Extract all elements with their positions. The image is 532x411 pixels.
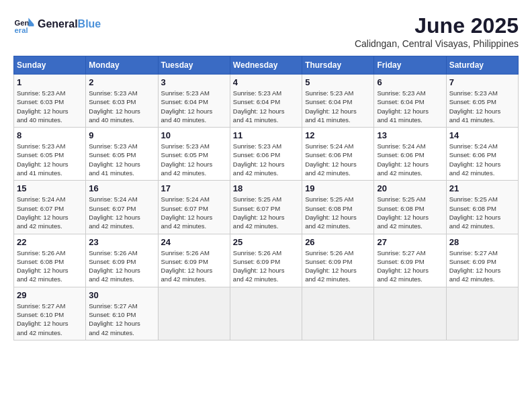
table-row: 2Sunrise: 5:23 AM Sunset: 6:03 PM Daylig…: [86, 75, 158, 128]
calendar-week-row: 8Sunrise: 5:23 AM Sunset: 6:05 PM Daylig…: [14, 128, 519, 181]
day-info: Sunrise: 5:23 AM Sunset: 6:05 PM Dayligh…: [17, 142, 83, 177]
day-number: 20: [377, 183, 443, 193]
calendar-header-row: Sunday Monday Tuesday Wednesday Thursday…: [14, 56, 519, 75]
day-number: 15: [17, 183, 83, 193]
day-info: Sunrise: 5:27 AM Sunset: 6:09 PM Dayligh…: [377, 248, 443, 284]
day-info: Sunrise: 5:24 AM Sunset: 6:07 PM Dayligh…: [17, 195, 83, 230]
day-info: Sunrise: 5:25 AM Sunset: 6:07 PM Dayligh…: [233, 195, 299, 230]
day-number: 14: [449, 130, 515, 140]
table-row: [446, 287, 518, 340]
day-info: Sunrise: 5:23 AM Sunset: 6:03 PM Dayligh…: [89, 89, 154, 124]
day-number: 25: [233, 237, 299, 247]
day-info: Sunrise: 5:23 AM Sunset: 6:05 PM Dayligh…: [161, 142, 227, 177]
day-info: Sunrise: 5:24 AM Sunset: 6:06 PM Dayligh…: [449, 142, 515, 177]
table-row: 12Sunrise: 5:24 AM Sunset: 6:06 PM Dayli…: [302, 128, 374, 181]
logo-icon: Gen eral: [13, 13, 35, 35]
table-row: 30Sunrise: 5:27 AM Sunset: 6:10 PM Dayli…: [86, 287, 158, 340]
day-number: 6: [377, 77, 443, 87]
day-info: Sunrise: 5:25 AM Sunset: 6:08 PM Dayligh…: [305, 195, 371, 230]
day-number: 21: [449, 183, 515, 193]
day-number: 2: [89, 77, 154, 87]
day-info: Sunrise: 5:24 AM Sunset: 6:06 PM Dayligh…: [377, 142, 443, 177]
day-info: Sunrise: 5:23 AM Sunset: 6:05 PM Dayligh…: [89, 142, 154, 177]
day-info: Sunrise: 5:26 AM Sunset: 6:09 PM Dayligh…: [161, 248, 227, 284]
table-row: 3Sunrise: 5:23 AM Sunset: 6:04 PM Daylig…: [158, 75, 230, 128]
table-row: 10Sunrise: 5:23 AM Sunset: 6:05 PM Dayli…: [158, 128, 230, 181]
header-thursday: Thursday: [302, 56, 374, 75]
header-sunday: Sunday: [14, 56, 86, 75]
day-number: 13: [377, 130, 443, 140]
day-info: Sunrise: 5:27 AM Sunset: 6:09 PM Dayligh…: [449, 248, 515, 284]
day-number: 24: [161, 237, 227, 247]
day-info: Sunrise: 5:25 AM Sunset: 6:08 PM Dayligh…: [377, 195, 443, 230]
day-info: Sunrise: 5:24 AM Sunset: 6:07 PM Dayligh…: [89, 195, 154, 230]
table-row: 8Sunrise: 5:23 AM Sunset: 6:05 PM Daylig…: [14, 128, 86, 181]
day-number: 18: [233, 183, 299, 193]
table-row: 22Sunrise: 5:26 AM Sunset: 6:08 PM Dayli…: [14, 234, 86, 287]
day-number: 19: [305, 183, 371, 193]
header-saturday: Saturday: [446, 56, 518, 75]
svg-text:eral: eral: [15, 26, 28, 34]
table-row: 7Sunrise: 5:23 AM Sunset: 6:05 PM Daylig…: [446, 75, 518, 128]
header-friday: Friday: [374, 56, 446, 75]
table-row: 21Sunrise: 5:25 AM Sunset: 6:08 PM Dayli…: [446, 181, 518, 234]
day-number: 12: [305, 130, 371, 140]
day-number: 22: [17, 237, 83, 247]
calendar-table: Sunday Monday Tuesday Wednesday Thursday…: [13, 56, 519, 340]
table-row: 19Sunrise: 5:25 AM Sunset: 6:08 PM Dayli…: [302, 181, 374, 234]
logo-blue: Blue: [78, 18, 101, 30]
header-monday: Monday: [86, 56, 158, 75]
calendar-week-row: 22Sunrise: 5:26 AM Sunset: 6:08 PM Dayli…: [14, 234, 519, 287]
day-number: 26: [305, 237, 371, 247]
location-subtitle: Calidngan, Central Visayas, Philippines: [355, 38, 519, 49]
day-info: Sunrise: 5:26 AM Sunset: 6:09 PM Dayligh…: [233, 248, 299, 284]
table-row: 4Sunrise: 5:23 AM Sunset: 6:04 PM Daylig…: [230, 75, 302, 128]
table-row: 18Sunrise: 5:25 AM Sunset: 6:07 PM Dayli…: [230, 181, 302, 234]
day-number: 27: [377, 237, 443, 247]
day-info: Sunrise: 5:27 AM Sunset: 6:10 PM Dayligh…: [17, 302, 83, 337]
table-row: 25Sunrise: 5:26 AM Sunset: 6:09 PM Dayli…: [230, 234, 302, 287]
day-info: Sunrise: 5:26 AM Sunset: 6:08 PM Dayligh…: [17, 248, 83, 284]
day-number: 8: [17, 130, 83, 140]
table-row: [158, 287, 230, 340]
logo: Gen eral GeneralBlue: [13, 13, 101, 35]
day-number: 17: [161, 183, 227, 193]
table-row: 29Sunrise: 5:27 AM Sunset: 6:10 PM Dayli…: [14, 287, 86, 340]
day-info: Sunrise: 5:26 AM Sunset: 6:09 PM Dayligh…: [89, 248, 154, 284]
day-info: Sunrise: 5:23 AM Sunset: 6:04 PM Dayligh…: [161, 89, 227, 124]
day-info: Sunrise: 5:23 AM Sunset: 6:03 PM Dayligh…: [17, 89, 83, 124]
day-number: 16: [89, 183, 154, 193]
day-number: 4: [233, 77, 299, 87]
day-number: 5: [305, 77, 371, 87]
table-row: 13Sunrise: 5:24 AM Sunset: 6:06 PM Dayli…: [374, 128, 446, 181]
table-row: 15Sunrise: 5:24 AM Sunset: 6:07 PM Dayli…: [14, 181, 86, 234]
day-number: 10: [161, 130, 227, 140]
day-number: 3: [161, 77, 227, 87]
table-row: 1Sunrise: 5:23 AM Sunset: 6:03 PM Daylig…: [14, 75, 86, 128]
day-number: 11: [233, 130, 299, 140]
table-row: 27Sunrise: 5:27 AM Sunset: 6:09 PM Dayli…: [374, 234, 446, 287]
day-info: Sunrise: 5:23 AM Sunset: 6:04 PM Dayligh…: [377, 89, 443, 124]
header-wednesday: Wednesday: [230, 56, 302, 75]
day-info: Sunrise: 5:24 AM Sunset: 6:06 PM Dayligh…: [305, 142, 371, 177]
table-row: [374, 287, 446, 340]
calendar-week-row: 1Sunrise: 5:23 AM Sunset: 6:03 PM Daylig…: [14, 75, 519, 128]
table-row: [230, 287, 302, 340]
day-number: 29: [17, 290, 83, 300]
header-tuesday: Tuesday: [158, 56, 230, 75]
page-header: Gen eral GeneralBlue June 2025 Calidngan…: [13, 13, 519, 49]
table-row: 23Sunrise: 5:26 AM Sunset: 6:09 PM Dayli…: [86, 234, 158, 287]
day-info: Sunrise: 5:23 AM Sunset: 6:06 PM Dayligh…: [233, 142, 299, 177]
month-title: June 2025: [355, 13, 519, 38]
day-info: Sunrise: 5:25 AM Sunset: 6:08 PM Dayligh…: [449, 195, 515, 230]
day-info: Sunrise: 5:27 AM Sunset: 6:10 PM Dayligh…: [89, 302, 154, 337]
table-row: [302, 287, 374, 340]
day-info: Sunrise: 5:26 AM Sunset: 6:09 PM Dayligh…: [305, 248, 371, 284]
day-number: 7: [449, 77, 515, 87]
day-info: Sunrise: 5:24 AM Sunset: 6:07 PM Dayligh…: [161, 195, 227, 230]
table-row: 5Sunrise: 5:23 AM Sunset: 6:04 PM Daylig…: [302, 75, 374, 128]
logo-general: General: [38, 18, 78, 30]
table-row: 14Sunrise: 5:24 AM Sunset: 6:06 PM Dayli…: [446, 128, 518, 181]
svg-rect-3: [28, 24, 34, 26]
day-number: 23: [89, 237, 154, 247]
